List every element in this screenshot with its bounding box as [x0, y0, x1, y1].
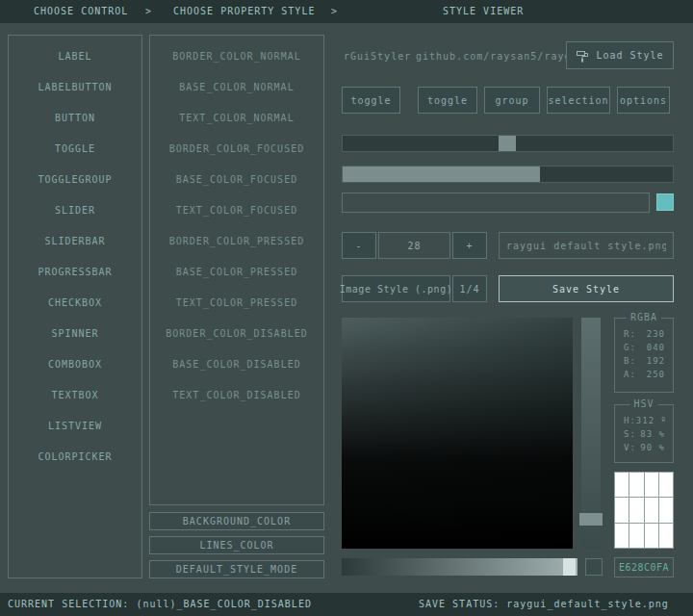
- sliderbar-fill: [343, 167, 540, 182]
- control-item-button[interactable]: BUTTON: [9, 102, 141, 133]
- image-style-combo[interactable]: 1/4: [452, 275, 487, 302]
- hue-slider[interactable]: [581, 318, 601, 549]
- property-item-text-color-normal[interactable]: TEXT_COLOR_NORMAL: [150, 102, 323, 133]
- demo-toggle-2[interactable]: toggle: [418, 87, 477, 114]
- palette-cell[interactable]: [615, 473, 629, 497]
- control-item-togglegroup[interactable]: TOGGLEGROUP: [9, 164, 141, 194]
- rgba-r-value: 230: [647, 329, 665, 339]
- hex-color-input[interactable]: [615, 562, 673, 573]
- property-item-text-color-disabled[interactable]: TEXT_COLOR_DISABLED: [150, 379, 323, 410]
- chevron-right-icon: >: [331, 0, 338, 23]
- section-title-choose-property: CHOOSE PROPERTY STYLE: [173, 0, 315, 23]
- chevron-right-icon: >: [145, 0, 152, 23]
- demo-textbox[interactable]: [342, 192, 650, 213]
- control-item-progressbar[interactable]: PROGRESSBAR: [9, 256, 141, 287]
- palette-grid: [614, 472, 674, 549]
- control-item-textbox[interactable]: TEXTBOX: [9, 379, 141, 410]
- demo-sliderbar[interactable]: [342, 166, 674, 183]
- load-style-button[interactable]: Load Style: [566, 41, 674, 69]
- control-item-spinner[interactable]: SPINNER: [9, 318, 141, 348]
- top-header-bar: CHOOSE CONTROL > CHOOSE PROPERTY STYLE >…: [0, 0, 693, 23]
- rgba-row-a: A: 250: [624, 370, 665, 379]
- rgba-group: RGBA R: 230 G: 040 B: 192 A: 250: [614, 318, 674, 393]
- palette-cell[interactable]: [629, 524, 643, 548]
- spinner-value[interactable]: 28: [378, 232, 450, 259]
- color-picker-panel[interactable]: [342, 318, 573, 549]
- palette-cell[interactable]: [615, 498, 629, 522]
- alpha-slider[interactable]: [342, 558, 578, 576]
- palette-cell[interactable]: [659, 498, 673, 522]
- control-item-colorpicker[interactable]: COLORPICKER: [9, 441, 141, 472]
- default-style-mode-button[interactable]: DEFAULT_STYLE_MODE: [149, 560, 324, 578]
- properties-list-panel: BORDER_COLOR_NORMAL BASE_COLOR_NORMAL TE…: [149, 35, 324, 505]
- section-title-style-viewer: STYLE VIEWER: [443, 0, 524, 23]
- control-item-checkbox[interactable]: CHECKBOX: [9, 287, 141, 318]
- hex-color-textbox[interactable]: [614, 557, 674, 578]
- palette-cell[interactable]: [629, 473, 643, 497]
- hsv-row-v: V: 90 %: [624, 443, 665, 452]
- control-item-label[interactable]: LABEL: [9, 40, 141, 71]
- background-color-button[interactable]: BACKGROUND_COLOR: [149, 512, 324, 530]
- spinner-increment-button[interactable]: +: [452, 232, 487, 259]
- property-item-border-color-focused[interactable]: BORDER_COLOR_FOCUSED: [150, 133, 323, 164]
- control-item-toggle[interactable]: TOGGLE: [9, 133, 141, 164]
- current-selection-status: CURRENT SELECTION: (null)_BASE_COLOR_DIS…: [8, 593, 312, 616]
- palette-cell[interactable]: [645, 524, 658, 548]
- control-item-combobox[interactable]: COMBOBOX: [9, 348, 141, 379]
- hsv-h-label: H:: [624, 416, 636, 425]
- rgba-g-value: 040: [647, 343, 665, 352]
- alpha-value-box[interactable]: [585, 558, 603, 576]
- property-item-base-color-pressed[interactable]: BASE_COLOR_PRESSED: [150, 256, 323, 287]
- palette-cell[interactable]: [659, 473, 673, 497]
- hsv-row-s: S: 83 %: [624, 429, 665, 439]
- style-filename-textbox[interactable]: [499, 232, 674, 259]
- slider-handle[interactable]: [499, 136, 516, 151]
- alpha-slider-handle[interactable]: [563, 558, 576, 576]
- demo-group-button[interactable]: group: [484, 87, 540, 114]
- hsv-group: HSV H: 312 º S: 83 % V: 90 %: [614, 404, 674, 463]
- demo-textbox-input[interactable]: [343, 197, 649, 208]
- property-item-base-color-disabled[interactable]: BASE_COLOR_DISABLED: [150, 348, 323, 379]
- control-item-labelbutton[interactable]: LABELBUTTON: [9, 71, 141, 102]
- property-item-text-color-focused[interactable]: TEXT_COLOR_FOCUSED: [150, 194, 323, 225]
- repo-link[interactable]: github.com/raysan5/raygui: [416, 51, 585, 62]
- palette-cell[interactable]: [629, 498, 643, 522]
- save-status: SAVE STATUS: raygui_default_style.png: [419, 593, 669, 616]
- image-style-button[interactable]: Image Style (.png): [342, 275, 450, 302]
- palette-cell[interactable]: [659, 524, 673, 548]
- demo-toggle-1[interactable]: toggle: [342, 87, 400, 114]
- hue-slider-handle[interactable]: [579, 513, 603, 526]
- hsv-s-value: 83 %: [640, 429, 665, 439]
- property-item-base-color-normal[interactable]: BASE_COLOR_NORMAL: [150, 71, 323, 102]
- demo-selection-button[interactable]: selection: [547, 87, 610, 114]
- rgba-a-value: 250: [647, 370, 665, 379]
- lines-color-button[interactable]: LINES_COLOR: [149, 536, 324, 554]
- status-bar: CURRENT SELECTION: (null)_BASE_COLOR_DIS…: [0, 593, 693, 616]
- property-item-border-color-normal[interactable]: BORDER_COLOR_NORMAL: [150, 40, 323, 71]
- save-style-button[interactable]: Save Style: [499, 275, 674, 302]
- section-title-choose-control: CHOOSE CONTROL: [34, 0, 128, 23]
- property-item-base-color-focused[interactable]: BASE_COLOR_FOCUSED: [150, 164, 323, 194]
- style-filename-input[interactable]: [500, 241, 673, 251]
- rguistyler-window: CHOOSE CONTROL > CHOOSE PROPERTY STYLE >…: [0, 0, 693, 616]
- palette-cell[interactable]: [615, 524, 629, 548]
- hsv-v-label: V:: [624, 443, 636, 452]
- load-style-label: Load Style: [596, 50, 663, 61]
- rgba-row-b: B: 192: [624, 356, 665, 366]
- palette-cell[interactable]: [645, 473, 658, 497]
- paint-roller-icon: [576, 49, 589, 63]
- property-item-text-color-pressed[interactable]: TEXT_COLOR_PRESSED: [150, 287, 323, 318]
- palette-cell[interactable]: [645, 498, 658, 522]
- property-item-border-color-pressed[interactable]: BORDER_COLOR_PRESSED: [150, 225, 323, 256]
- spinner-decrement-button[interactable]: -: [342, 232, 376, 259]
- controls-list-panel: LABEL LABELBUTTON BUTTON TOGGLE TOGGLEGR…: [8, 35, 142, 578]
- control-item-listview[interactable]: LISTVIEW: [9, 410, 141, 441]
- control-item-slider[interactable]: SLIDER: [9, 194, 141, 225]
- hsv-h-value: 312 º: [636, 416, 667, 425]
- property-item-border-color-disabled[interactable]: BORDER_COLOR_DISABLED: [150, 318, 323, 348]
- demo-options-button[interactable]: options: [617, 87, 670, 114]
- rgba-row-g: G: 040: [624, 343, 665, 352]
- demo-slider[interactable]: [342, 135, 674, 152]
- demo-checkbox[interactable]: [656, 193, 674, 211]
- control-item-sliderbar[interactable]: SLIDERBAR: [9, 225, 141, 256]
